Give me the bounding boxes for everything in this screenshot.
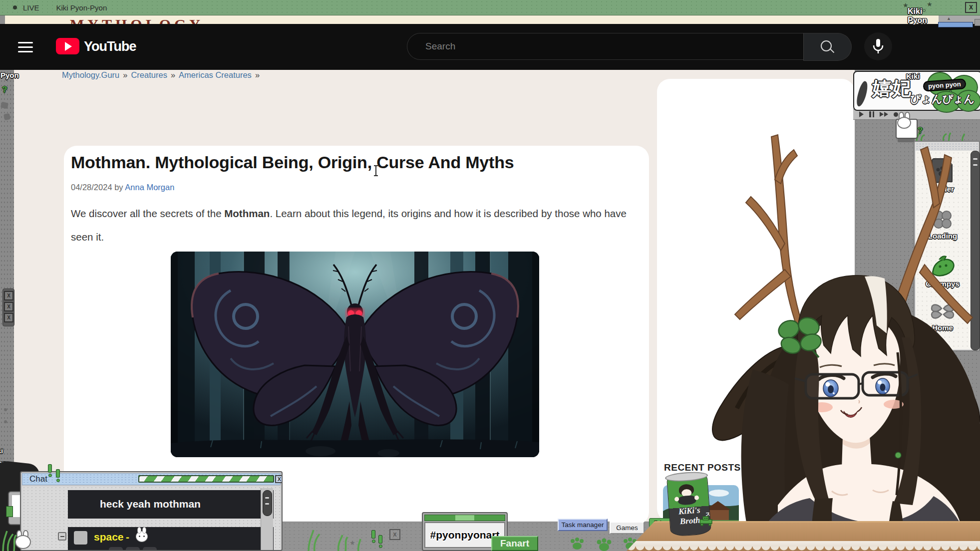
live-label: LIVE	[23, 3, 39, 12]
background-window-sliver	[975, 19, 980, 26]
search-input[interactable]	[407, 33, 804, 60]
record-icon[interactable]	[894, 112, 898, 117]
search-icon	[821, 40, 832, 51]
author-link[interactable]: Anna Morgan	[125, 183, 174, 192]
mic-icon	[864, 32, 892, 60]
fast-forward-icon[interactable]	[880, 112, 888, 117]
byline-by: by	[114, 183, 123, 192]
youtube-header: YouTube	[0, 24, 980, 70]
play-icon[interactable]	[859, 111, 864, 117]
chat-message-row: heck yeah mothman	[68, 490, 274, 519]
search-button[interactable]	[803, 33, 852, 61]
site-header-sliver: MYTHOLOGY	[5, 15, 939, 24]
breadcrumb-link-americas[interactable]: Americas Creatures	[179, 70, 252, 80]
watermark-line2: Pyon	[908, 16, 927, 25]
star-icon: ★	[927, 0, 933, 8]
collapsed-windows-stack: X X X	[2, 288, 14, 326]
emote-placeholder	[109, 547, 123, 551]
brush-stroke-decoration	[855, 80, 870, 107]
hamburger-menu-icon[interactable]	[18, 39, 33, 55]
broth-can: KiKi's Broth スープ	[665, 471, 712, 540]
emote-placeholder	[126, 547, 140, 551]
pixel-critter-decoration	[697, 515, 715, 526]
collapse-button[interactable]	[58, 532, 66, 541]
breadcrumb-separator: »	[123, 70, 127, 80]
close-icon[interactable]: X	[4, 313, 13, 322]
bunny-emoji-icon	[136, 531, 148, 542]
site-logo-partial: MYTHOLOGY	[70, 16, 204, 24]
chat-message-row: space -	[68, 527, 274, 551]
art-hashtag-label: #pyonpyonart	[430, 529, 500, 541]
green-chip-prop	[6, 506, 13, 517]
breadcrumb-separator: »	[171, 70, 175, 80]
left-edge-fragment: ki	[0, 447, 3, 455]
breadcrumb-separator: »	[255, 70, 260, 80]
left-edge-label: Pyon	[0, 71, 19, 79]
chat-message-text: heck yeah mothman	[100, 498, 201, 510]
corner-watermark: Kiki Pyon	[908, 7, 927, 25]
hair-bead	[895, 452, 901, 458]
chat-body: heck yeah mothman space -	[22, 486, 281, 550]
resize-triangle-icon: ▲	[947, 16, 951, 21]
chat-separator: -	[126, 531, 129, 543]
logo-hiragana-text: ぴょんぴょん	[910, 92, 975, 106]
chat-progress-bar	[138, 475, 274, 483]
chat-scrollbar[interactable]	[261, 488, 273, 550]
grass-decoration	[304, 524, 363, 551]
close-icon[interactable]: X	[4, 302, 13, 311]
stream-screenshot: Mythology.Guru » Creatures » Americas Cr…	[0, 0, 980, 551]
breadcrumb-link-home[interactable]: Mythology.Guru	[62, 70, 119, 80]
mic-button[interactable]	[864, 32, 892, 60]
article-byline: 04/28/2024 by Anna Morgan	[71, 183, 174, 192]
text-cursor	[375, 165, 376, 176]
avatar	[74, 531, 87, 545]
chat-close-button[interactable]: X	[275, 475, 283, 483]
mothman-image	[171, 252, 539, 457]
youtube-brand[interactable]: YouTube	[84, 39, 136, 54]
grass-decoration	[0, 523, 20, 551]
logo-kanji-text: 嬉妃	[872, 76, 912, 101]
art-window-titlebar[interactable]	[424, 515, 505, 521]
emote-placeholder	[143, 547, 157, 551]
pause-icon[interactable]	[869, 111, 874, 117]
youtube-logo-icon[interactable]	[56, 38, 79, 54]
question-decoration: ?	[2, 85, 7, 95]
vtuber-avatar	[539, 120, 980, 551]
breadcrumb: Mythology.Guru » Creatures » Americas Cr…	[62, 70, 260, 80]
chat-title-label: Chat	[29, 474, 47, 484]
intro-bold: Mothman	[224, 208, 270, 219]
stream-titlebar: LIVE Kiki Pyon-Pyon ★ ★ X	[0, 0, 980, 15]
stream-title: Kiki Pyon-Pyon	[56, 3, 107, 12]
close-icon[interactable]: X	[389, 529, 400, 540]
lace-trim	[627, 541, 980, 551]
live-dot-icon	[13, 5, 17, 9]
breadcrumb-link-creatures[interactable]: Creatures	[131, 70, 167, 80]
article-date: 04/28/2024	[71, 183, 112, 192]
chat-window: Chat X heck yeah mothman space -	[20, 471, 283, 551]
intro-text: We discover all the secrets of the	[71, 208, 224, 219]
close-icon[interactable]: X	[4, 291, 13, 300]
watermark-line1: Kiki	[908, 7, 927, 16]
chat-titlebar[interactable]: Chat X	[22, 473, 281, 485]
stream-close-button[interactable]: X	[965, 2, 977, 13]
stream-logo-card: Kiki 嬉妃 pyon pyon ぴょんぴょん	[853, 71, 980, 111]
background-window-sliver	[938, 22, 973, 27]
chat-username: space	[94, 531, 124, 543]
fanart-button[interactable]: Fanart	[491, 536, 538, 551]
